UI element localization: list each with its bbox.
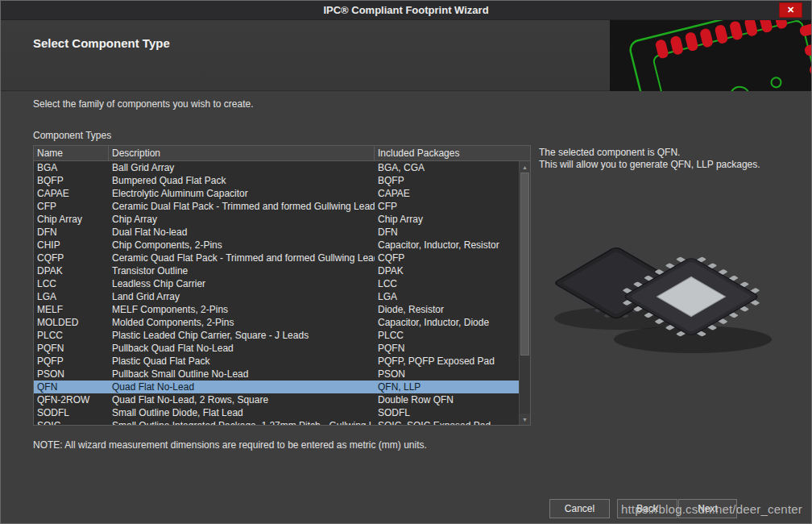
cell-packages: Chip Array (375, 213, 519, 226)
table-row[interactable]: DPAKTransistor OutlineDPAK (34, 264, 519, 277)
cell-name: BQFP (34, 174, 109, 187)
cell-description: Molded Components, 2-Pins (109, 316, 375, 329)
cell-name: MELF (34, 303, 109, 316)
table-row[interactable]: QFNQuad Flat No-LeadQFN, LLP (34, 381, 519, 393)
next-button[interactable]: Next (678, 499, 737, 518)
cell-description: Chip Components, 2-Pins (109, 239, 375, 252)
column-header-description[interactable]: Description (109, 146, 375, 160)
cancel-button[interactable]: Cancel (549, 499, 610, 518)
cell-packages: DPAK (375, 264, 519, 277)
table-row[interactable]: SOICSmall Outline Integrated Package, 1.… (34, 419, 519, 425)
scroll-up-button[interactable]: ▲ (520, 161, 530, 173)
column-header-name[interactable]: Name (34, 146, 109, 160)
cell-description: Dual Flat No-lead (109, 226, 375, 239)
cell-description: Plastic Quad Flat Pack (109, 355, 375, 368)
cell-name: CFP (34, 200, 109, 213)
cell-packages: QFN, LLP (375, 381, 519, 393)
cell-name: Chip Array (34, 213, 109, 226)
column-header-packages[interactable]: Included Packages (375, 146, 530, 160)
cell-description: Electrolytic Aluminum Capacitor (109, 187, 375, 200)
cell-packages: PSON (375, 368, 519, 381)
cell-description: Ceramic Dual Flat Pack - Trimmed and for… (109, 200, 375, 213)
table-row[interactable]: PQFPPlastic Quad Flat PackPQFP, PQFP Exp… (34, 355, 519, 368)
table-body: BGABall Grid ArrayBGA, CGABQFPBumpered Q… (34, 161, 519, 425)
cell-description: Plastic Leaded Chip Carrier, Square - J … (109, 329, 375, 342)
cell-name: QFN (34, 381, 109, 393)
page-title: Select Component Type (33, 36, 170, 50)
cell-name: SOIC (34, 419, 109, 425)
scrollbar-thumb[interactable] (520, 173, 529, 356)
table-row[interactable]: QFN-2ROWQuad Flat No-Lead, 2 Rows, Squar… (34, 393, 519, 406)
cell-packages: BQFP (375, 174, 519, 187)
table-row[interactable]: Chip ArrayChip ArrayChip Array (34, 213, 519, 226)
cell-description: MELF Components, 2-Pins (109, 303, 375, 316)
selection-summary: The selected component is QFN. This will… (539, 147, 809, 171)
cell-packages: PLCC (375, 329, 519, 342)
cell-packages: BGA, CGA (375, 161, 519, 174)
table-row[interactable]: LCCLeadless Chip CarrierLCC (34, 277, 519, 290)
qfn-3d-image (542, 220, 784, 369)
cell-name: CAPAE (34, 187, 109, 200)
cell-packages: CFP (375, 200, 519, 213)
cell-packages: LGA (375, 290, 519, 303)
table-row[interactable]: DFNDual Flat No-leadDFN (34, 226, 519, 239)
window-title: IPC® Compliant Footprint Wizard (323, 4, 488, 16)
cell-name: DPAK (34, 264, 109, 277)
close-icon: ✕ (787, 5, 794, 15)
cell-name: MOLDED (34, 316, 109, 329)
component-types-label: Component Types (33, 130, 111, 141)
cell-name: DFN (34, 226, 109, 239)
cell-description: Chip Array (109, 213, 375, 226)
scroll-down-button[interactable]: ▼ (520, 414, 530, 425)
cell-description: Ball Grid Array (109, 161, 375, 174)
cell-name: PLCC (34, 329, 109, 342)
cell-name: PSON (34, 368, 109, 381)
cell-packages: Capacitor, Inductor, Resistor (375, 239, 519, 252)
cell-description: Small Outline Integrated Package, 1.27mm… (109, 419, 375, 425)
header-banner: Select Component Type (1, 20, 811, 91)
cell-packages: SODFL (375, 406, 519, 419)
cell-name: PQFP (34, 355, 109, 368)
table-row[interactable]: CQFPCeramic Quad Flat Pack - Trimmed and… (34, 252, 519, 264)
table-row[interactable]: BQFPBumpered Quad Flat PackBQFP (34, 174, 519, 187)
cell-name: PQFN (34, 342, 109, 355)
cell-description: Small Outline Diode, Flat Lead (109, 406, 375, 419)
close-button[interactable]: ✕ (779, 2, 802, 18)
pcb-footprint-image (610, 20, 811, 91)
cell-name: LCC (34, 277, 109, 290)
table-row[interactable]: SODFLSmall Outline Diode, Flat LeadSODFL (34, 406, 519, 419)
table-row[interactable]: CHIPChip Components, 2-PinsCapacitor, In… (34, 239, 519, 252)
cell-packages: CAPAE (375, 187, 519, 200)
cell-description: Land Grid Array (109, 290, 375, 303)
scrollbar-track[interactable] (520, 173, 530, 414)
cell-description: Transistor Outline (109, 264, 375, 277)
cell-name: QFN-2ROW (34, 393, 109, 406)
table-row[interactable]: LGALand Grid ArrayLGA (34, 290, 519, 303)
cell-description: Ceramic Quad Flat Pack - Trimmed and for… (109, 252, 375, 264)
cell-name: CHIP (34, 239, 109, 252)
note-text: NOTE: All wizard measurement dimensions … (33, 439, 427, 451)
cell-description: Pullback Quad Flat No-Lead (109, 342, 375, 355)
cell-packages: LCC (375, 277, 519, 290)
table-row[interactable]: PSONPullback Small Outline No-LeadPSON (34, 368, 519, 381)
cell-packages: PQFP, PQFP Exposed Pad (375, 355, 519, 368)
cell-name: BGA (34, 161, 109, 174)
cell-description: Pullback Small Outline No-Lead (109, 368, 375, 381)
table-row[interactable]: PQFNPullback Quad Flat No-LeadPQFN (34, 342, 519, 355)
table-row[interactable]: CAPAEElectrolytic Aluminum CapacitorCAPA… (34, 187, 519, 200)
table-row[interactable]: MELFMELF Components, 2-PinsDiode, Resist… (34, 303, 519, 316)
cell-description: Quad Flat No-Lead (109, 381, 375, 393)
cell-packages: CQFP (375, 252, 519, 264)
table-row[interactable]: PLCCPlastic Leaded Chip Carrier, Square … (34, 329, 519, 342)
chevron-up-icon: ▲ (522, 164, 528, 170)
cell-packages: DFN (375, 226, 519, 239)
table-row[interactable]: BGABall Grid ArrayBGA, CGA (34, 161, 519, 174)
cell-packages: Diode, Resistor (375, 303, 519, 316)
cell-packages: Capacitor, Inductor, Diode (375, 316, 519, 329)
chevron-down-icon: ▼ (522, 417, 528, 422)
cell-name: LGA (34, 290, 109, 303)
back-button[interactable]: Back (617, 499, 677, 518)
table-row[interactable]: CFPCeramic Dual Flat Pack - Trimmed and … (34, 200, 519, 213)
table-row[interactable]: MOLDEDMolded Components, 2-PinsCapacitor… (34, 316, 519, 329)
table-scrollbar[interactable]: ▲ ▼ (519, 161, 530, 425)
